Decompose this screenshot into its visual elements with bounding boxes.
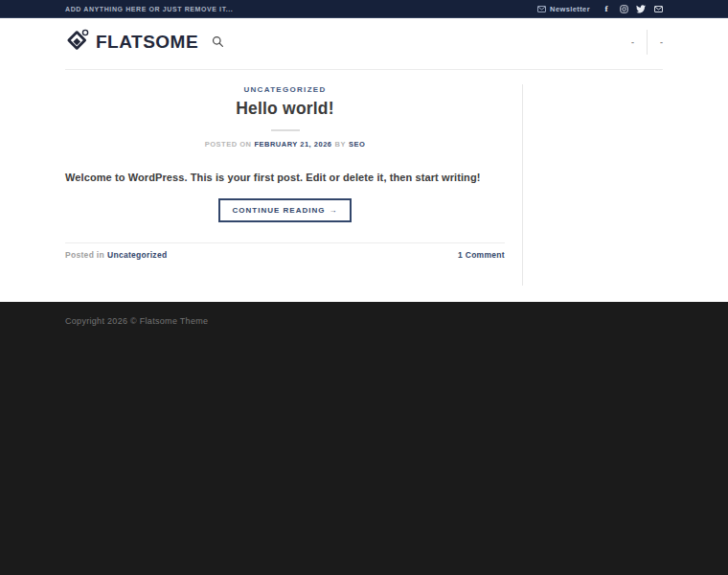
topbar-message: ADD ANYTHING HERE OR JUST REMOVE IT... <box>65 6 233 12</box>
social-icons: f <box>602 4 663 13</box>
newsletter-label: Newsletter <box>550 5 590 13</box>
nav-item-1[interactable]: - <box>631 37 634 47</box>
blog-post: UNCATEGORIZED Hello world! POSTED ON FEB… <box>65 65 505 260</box>
post-footer-meta: Posted in Uncategorized 1 Comment <box>65 242 505 260</box>
instagram-icon[interactable] <box>619 4 628 13</box>
title-divider <box>271 129 300 131</box>
posted-on-label: POSTED ON <box>205 140 252 149</box>
posted-in-label: Posted in <box>65 250 104 260</box>
flatsome-gem-icon <box>65 28 90 57</box>
continue-button-wrap: CONTINUE READING → <box>65 198 505 222</box>
by-label: BY <box>334 140 345 149</box>
post-date-link[interactable]: FEBRUARY 21, 2026 <box>254 140 331 149</box>
email-icon[interactable] <box>653 4 663 13</box>
nav-divider <box>647 30 648 55</box>
post-author-link[interactable]: SEO <box>349 140 365 149</box>
topbar-right: Newsletter f <box>537 4 663 13</box>
main-content: UNCATEGORIZED Hello world! POSTED ON FEB… <box>0 65 728 302</box>
posted-in-category-link[interactable]: Uncategorized <box>107 250 167 260</box>
arrow-right-icon: → <box>329 206 337 215</box>
twitter-icon[interactable] <box>636 4 646 13</box>
continue-reading-button[interactable]: CONTINUE READING → <box>218 198 353 222</box>
post-title: Hello world! <box>65 99 505 119</box>
header-nav: - - <box>631 30 663 55</box>
top-bar: ADD ANYTHING HERE OR JUST REMOVE IT... N… <box>0 0 728 18</box>
copyright-text: Copyright 2026 © Flatsome Theme <box>65 316 208 326</box>
continue-reading-label: CONTINUE READING <box>233 206 326 215</box>
comments-link[interactable]: 1 Comment <box>458 250 505 260</box>
nav-item-2[interactable]: - <box>660 37 663 47</box>
search-icon[interactable] <box>212 35 224 48</box>
page: ADD ANYTHING HERE OR JUST REMOVE IT... N… <box>0 0 728 575</box>
sidebar-divider <box>522 84 523 286</box>
post-meta: POSTED ON FEBRUARY 21, 2026 BY SEO <box>65 140 505 149</box>
newsletter-link[interactable]: Newsletter <box>537 5 590 13</box>
site-footer: Copyright 2026 © Flatsome Theme <box>0 302 728 575</box>
site-logo[interactable]: FLATSOME <box>65 28 198 57</box>
posted-in: Posted in Uncategorized <box>65 250 167 260</box>
post-excerpt: Welcome to WordPress. This is your first… <box>65 172 505 183</box>
envelope-icon <box>537 6 546 12</box>
post-category-link[interactable]: UNCATEGORIZED <box>65 85 505 94</box>
site-header: FLATSOME - - <box>0 18 728 65</box>
facebook-icon[interactable]: f <box>602 4 611 13</box>
logo-text: FLATSOME <box>96 32 198 53</box>
